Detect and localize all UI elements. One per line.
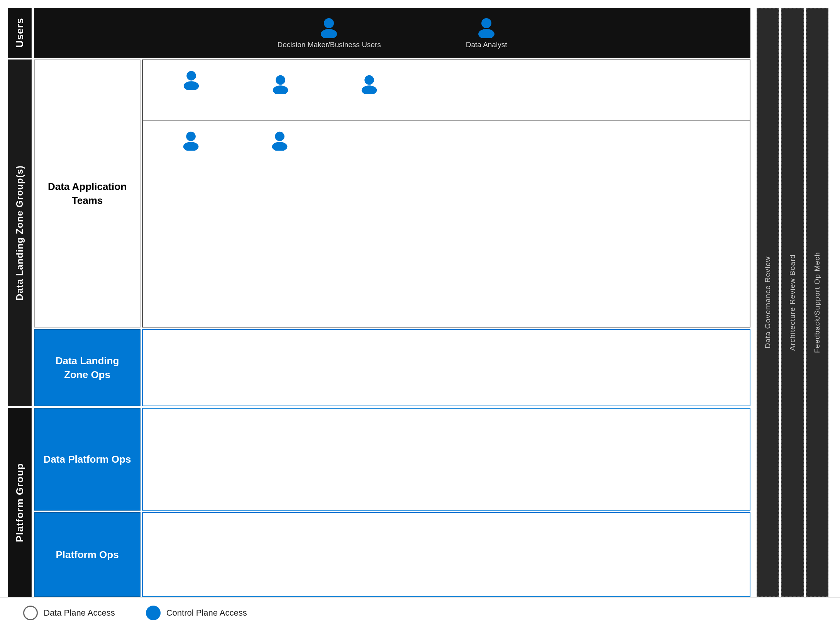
platform-group-label: Platform Group — [8, 408, 32, 597]
users-row: Decision Maker/Business Users Data Analy… — [34, 8, 750, 58]
dlzo-cloud-engineer: Cloud Engineer — [259, 347, 317, 388]
svg-point-13 — [272, 142, 288, 151]
solution-architect-icon — [181, 70, 202, 90]
dat-role-ml-engineer: ML Engineer — [340, 74, 398, 107]
dlzo-label: Data Landing Zone Ops — [34, 329, 141, 406]
po-cloud-engineer-icon — [278, 534, 298, 554]
po-label: Platform Ops — [34, 512, 141, 597]
svg-point-3 — [478, 29, 495, 38]
dpo-content: Solution Architect Data Ops Squad — [142, 408, 750, 511]
svg-point-9 — [362, 85, 377, 94]
dlzo-cloud-engineer-icon — [278, 347, 298, 367]
dpo-cloud-engineer-icon — [359, 439, 379, 459]
svg-point-27 — [280, 545, 295, 554]
dlzo-solution-architect-icon — [181, 351, 201, 372]
svg-point-10 — [186, 132, 196, 141]
svg-point-21 — [272, 450, 288, 459]
dat-role-data-scientist: Data Scientist — [252, 74, 310, 107]
data-scientist-icon — [271, 74, 291, 94]
svg-point-0 — [324, 18, 334, 28]
svg-point-2 — [481, 18, 491, 28]
right-labels-panel: Data Governance Review Architecture Revi… — [753, 8, 832, 597]
svg-point-26 — [283, 535, 292, 545]
svg-point-24 — [186, 540, 196, 549]
landing-zone-group-label: Data Landing Zone Group(s) — [8, 59, 32, 406]
svg-point-20 — [275, 440, 285, 450]
users-section-label: Users — [8, 8, 32, 58]
svg-point-1 — [321, 29, 337, 38]
po-solution-architect-icon — [181, 538, 201, 558]
dlzo-content: Solution Architect Cloud Engineer — [142, 329, 750, 406]
right-label-feedback-support: Feedback/Support Op Mech — [806, 8, 828, 597]
right-label-architecture-review: Architecture Review Board — [781, 8, 804, 597]
data-analyst-icon — [476, 17, 497, 38]
dlzo-solution-architect: Solution Architect — [162, 351, 220, 384]
svg-point-6 — [276, 75, 285, 85]
svg-point-7 — [273, 85, 288, 94]
dat-role-data-steward: Data Steward — [162, 131, 220, 163]
dpo-solution-architect-icon — [181, 443, 201, 463]
svg-point-11 — [183, 142, 199, 151]
dpo-data-ops-squad: Data Ops Squad — [251, 439, 309, 480]
po-content: Solution Architect Cloud Engineer — [142, 512, 750, 597]
data-steward-icon — [181, 131, 201, 151]
svg-point-22 — [364, 440, 373, 450]
user-data-analyst: Data Analyst — [466, 17, 507, 49]
svg-point-14 — [186, 353, 196, 362]
right-label-data-governance: Data Governance Review — [757, 8, 779, 597]
svg-point-25 — [183, 550, 199, 558]
svg-point-5 — [184, 81, 199, 90]
po-cloud-engineer: Cloud Engineer — [259, 534, 317, 575]
svg-point-15 — [183, 363, 199, 372]
legend-control-plane: Control Plane Access — [146, 606, 247, 620]
svg-point-12 — [275, 132, 285, 141]
decision-maker-icon — [318, 17, 340, 38]
svg-point-18 — [186, 444, 196, 454]
ml-engineer-icon — [359, 74, 379, 94]
dpo-solution-architect: Solution Architect — [162, 443, 220, 475]
legend: Data Plane Access Control Plane Access — [0, 597, 840, 628]
dat-role-solution-architect: Solution Architect/ Product Owner — [162, 70, 221, 111]
dpo-label: Data Platform Ops — [34, 408, 141, 511]
svg-point-17 — [280, 358, 295, 367]
control-plane-icon — [146, 606, 161, 620]
data-ops-squad-icon-dat — [270, 131, 290, 151]
dpo-cloud-engineer: Cloud Engineer — [340, 439, 398, 480]
dat-label: Data Application Teams — [34, 59, 141, 328]
user-decision-maker: Decision Maker/Business Users — [278, 17, 381, 49]
svg-point-19 — [183, 454, 199, 463]
svg-point-16 — [283, 348, 292, 358]
dpo-data-ops-squad-icon — [270, 439, 290, 459]
dat-role-data-ops-squad: Data Ops Squad — [251, 131, 309, 163]
svg-point-23 — [361, 450, 376, 459]
dat-content: Solution Architect/ Product Owner Data S… — [142, 59, 750, 328]
po-solution-architect: Solution Architect — [162, 538, 220, 571]
svg-point-8 — [364, 75, 374, 85]
data-plane-icon — [23, 606, 38, 620]
svg-point-4 — [186, 71, 196, 81]
legend-data-plane: Data Plane Access — [23, 606, 115, 620]
